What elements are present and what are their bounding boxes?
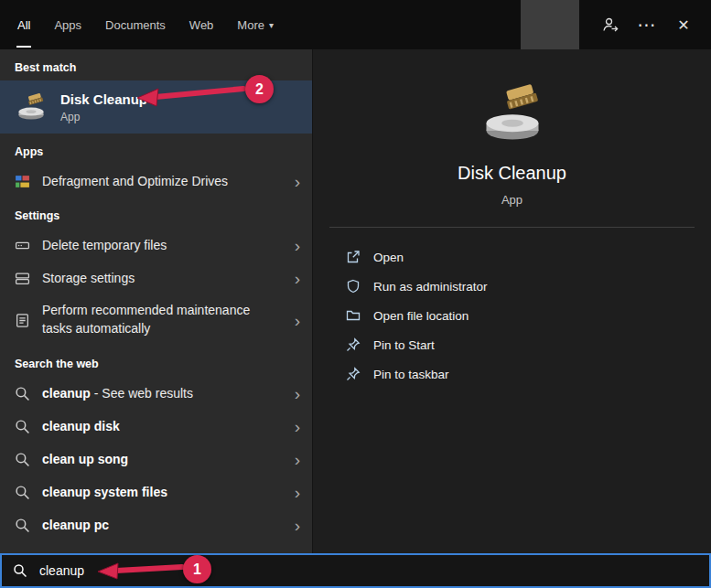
search-icon (15, 419, 30, 434)
defragment-icon (15, 174, 30, 189)
action-pin-to-taskbar[interactable]: Pin to taskbar (346, 359, 711, 389)
search-top-bar: All Apps Documents Web More ▾ ⋯ (0, 0, 711, 49)
result-label: Defragment and Optimize Drives (42, 174, 228, 188)
chevron-right-icon[interactable]: › (295, 517, 300, 534)
chevron-right-icon[interactable]: › (295, 418, 300, 435)
user-arrow-icon (602, 16, 619, 33)
web-result-see-results[interactable]: cleanup - See web results › (0, 377, 312, 410)
tab-apps-label: Apps (54, 18, 81, 32)
search-results-panel: Best match Disk Cleanup App Apps (0, 49, 312, 553)
action-label: Open (373, 251, 404, 264)
tab-more-label: More (237, 18, 264, 32)
web-result-cleanup-disk[interactable]: cleanup disk › (0, 410, 312, 443)
chevron-right-icon[interactable]: › (295, 270, 300, 287)
topbar-highlight (521, 0, 579, 49)
pin-icon (346, 367, 361, 381)
result-maintenance[interactable]: Perform recommended maintenance tasks au… (0, 294, 312, 346)
action-list: Open Run as administrator Open file loca… (313, 242, 711, 389)
chevron-right-icon[interactable]: › (295, 237, 300, 254)
search-icon (15, 518, 30, 533)
close-icon: ✕ (677, 16, 689, 34)
chevron-right-icon[interactable]: › (295, 484, 300, 501)
search-icon (15, 485, 30, 500)
checklist-icon (15, 313, 30, 328)
query-text: clean up song (42, 452, 128, 466)
result-storage-settings[interactable]: Storage settings › (0, 262, 312, 294)
disk-cleanup-icon-large (478, 79, 547, 148)
filter-tabs: All Apps Documents Web More ▾ (0, 0, 275, 49)
settings-header: Settings (0, 198, 312, 229)
result-label: Storage settings (42, 271, 135, 285)
chevron-right-icon[interactable]: › (295, 451, 300, 468)
best-match-subtitle: App (60, 111, 147, 123)
web-result-label: cleanup system files (42, 485, 167, 499)
chevron-right-icon[interactable]: › (295, 173, 300, 190)
preview-subtitle: App (313, 193, 711, 207)
web-result-cleanup-pc[interactable]: cleanup pc › (0, 508, 312, 541)
close-button[interactable]: ✕ (665, 0, 702, 49)
search-icon (15, 452, 30, 467)
tab-documents-label: Documents (105, 18, 166, 32)
search-bar[interactable] (0, 553, 711, 588)
query-text: cleanup disk (42, 419, 120, 433)
result-defragment[interactable]: Defragment and Optimize Drives › (0, 165, 312, 198)
web-header: Search the web (0, 346, 312, 377)
action-label: Run as administrator (373, 280, 488, 294)
tab-more[interactable]: More ▾ (236, 3, 275, 48)
open-launch-icon (346, 250, 361, 264)
admin-shield-icon (346, 279, 361, 294)
web-result-label: clean up song (42, 452, 128, 466)
more-options-button[interactable]: ⋯ (629, 0, 665, 49)
tab-web-label: Web (189, 18, 214, 32)
action-label: Pin to taskbar (373, 368, 449, 381)
best-match-disk-cleanup[interactable]: Disk Cleanup App (0, 80, 312, 134)
preview-title: Disk Cleanup (313, 163, 711, 184)
tab-apps[interactable]: Apps (53, 3, 82, 48)
action-label: Pin to Start (373, 338, 435, 352)
user-account-button[interactable] (592, 0, 629, 49)
action-run-as-admin[interactable]: Run as administrator (346, 272, 711, 301)
result-label: Perform recommended maintenance tasks au… (42, 302, 273, 337)
ellipsis-icon: ⋯ (638, 14, 657, 36)
query-text: cleanup (42, 386, 91, 401)
disk-cleanup-icon (15, 91, 48, 123)
drive-icon (15, 238, 30, 253)
result-label: Delete temporary files (42, 238, 167, 252)
preview-panel: Disk Cleanup App Open Run as administrat… (312, 49, 711, 553)
storage-icon (15, 271, 30, 286)
tab-all-label: All (17, 18, 30, 32)
chevron-right-icon[interactable]: › (295, 312, 300, 329)
web-result-label: cleanup - See web results (42, 386, 193, 401)
best-match-header: Best match (0, 49, 312, 80)
web-result-label: cleanup disk (42, 419, 120, 433)
best-match-title: Disk Cleanup (60, 91, 147, 107)
suffix-text: - See web results (91, 386, 193, 401)
chevron-right-icon[interactable]: › (295, 385, 300, 402)
preview-icon-wrap (313, 79, 711, 148)
result-delete-temp-files[interactable]: Delete temporary files › (0, 229, 312, 262)
divider (329, 227, 695, 228)
web-result-label: cleanup pc (42, 518, 109, 532)
apps-header: Apps (0, 134, 312, 165)
folder-icon (346, 308, 361, 323)
topbar-actions: ⋯ ✕ (521, 0, 711, 49)
web-result-clean-up-song[interactable]: clean up song › (0, 443, 312, 476)
query-text: cleanup system files (42, 485, 167, 499)
search-icon (13, 563, 27, 578)
action-label: Open file location (373, 309, 469, 323)
action-open[interactable]: Open (346, 242, 711, 272)
chevron-down-icon: ▾ (269, 20, 274, 30)
web-result-cleanup-system-files[interactable]: cleanup system files › (0, 476, 312, 508)
pin-icon (346, 337, 361, 352)
action-open-file-location[interactable]: Open file location (346, 301, 711, 330)
search-input[interactable] (39, 563, 332, 578)
tab-all[interactable]: All (16, 3, 31, 48)
tab-web[interactable]: Web (189, 3, 215, 48)
best-match-text: Disk Cleanup App (60, 91, 147, 123)
search-icon (15, 386, 30, 401)
tab-documents[interactable]: Documents (104, 3, 167, 48)
query-text: cleanup pc (42, 518, 109, 532)
action-pin-to-start[interactable]: Pin to Start (346, 330, 711, 359)
